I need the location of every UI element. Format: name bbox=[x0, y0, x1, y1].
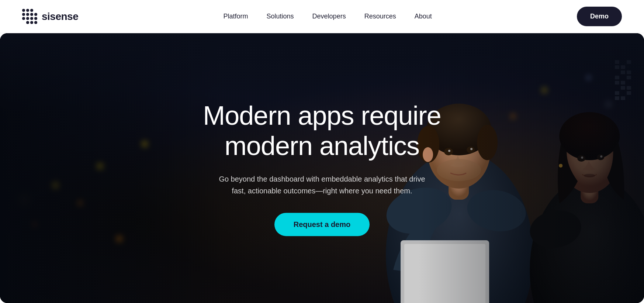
cta-button[interactable]: Request a demo bbox=[274, 213, 370, 236]
logo-dot bbox=[22, 13, 25, 16]
logo-dot bbox=[30, 9, 33, 12]
logo[interactable]: sisense bbox=[22, 9, 78, 24]
header: sisense Platform Solutions Developers Re… bbox=[0, 0, 644, 33]
logo-dot bbox=[30, 13, 33, 16]
logo-dot bbox=[22, 21, 25, 24]
demo-button[interactable]: Demo bbox=[577, 7, 622, 26]
hero-content: Modern apps require modern analytics Go … bbox=[174, 100, 470, 236]
logo-dot bbox=[30, 17, 33, 20]
logo-dot bbox=[34, 21, 37, 24]
hero-subtitle: Go beyond the dashboard with embeddable … bbox=[211, 173, 433, 197]
logo-dot bbox=[26, 13, 29, 16]
logo-dot bbox=[30, 21, 33, 24]
logo-dot bbox=[34, 17, 37, 20]
nav: Platform Solutions Developers Resources … bbox=[224, 13, 432, 20]
hero-title: Modern apps require modern analytics bbox=[174, 100, 470, 161]
nav-item-solutions[interactable]: Solutions bbox=[267, 13, 294, 20]
logo-dot bbox=[22, 17, 25, 20]
hero-title-line2: modern analytics bbox=[225, 131, 419, 161]
logo-dot bbox=[26, 21, 29, 24]
logo-dot bbox=[26, 9, 29, 12]
logo-dot bbox=[34, 13, 37, 16]
logo-text: sisense bbox=[42, 11, 78, 23]
logo-dot bbox=[22, 9, 25, 12]
hero-title-line1: Modern apps require bbox=[203, 100, 441, 130]
logo-dot bbox=[34, 9, 37, 12]
nav-item-resources[interactable]: Resources bbox=[364, 13, 396, 20]
nav-item-about[interactable]: About bbox=[415, 13, 432, 20]
logo-dot bbox=[26, 17, 29, 20]
nav-item-developers[interactable]: Developers bbox=[312, 13, 346, 20]
logo-icon bbox=[22, 9, 37, 24]
hero-section: Modern apps require modern analytics Go … bbox=[0, 33, 644, 303]
nav-item-platform[interactable]: Platform bbox=[224, 13, 248, 20]
